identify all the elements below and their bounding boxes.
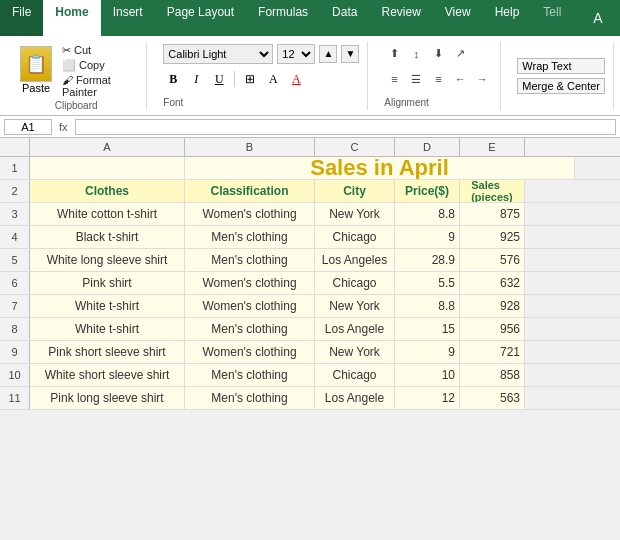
cell-b9[interactable]: Women's clothing bbox=[185, 341, 315, 363]
cell-a3[interactable]: White cotton t-shirt bbox=[30, 203, 185, 225]
bold-button[interactable]: B bbox=[163, 69, 183, 89]
paste-button[interactable]: 📋 Paste bbox=[14, 44, 58, 96]
cell-c11[interactable]: Los Angele bbox=[315, 387, 395, 409]
cell-d6[interactable]: 5.5 bbox=[395, 272, 460, 294]
cell-c10[interactable]: Chicago bbox=[315, 364, 395, 386]
cell-a11[interactable]: Pink long sleeve shirt bbox=[30, 387, 185, 409]
cell-c4[interactable]: Chicago bbox=[315, 226, 395, 248]
cell-e5[interactable]: 576 bbox=[460, 249, 525, 271]
header-city[interactable]: City bbox=[315, 180, 395, 202]
cell-c7[interactable]: New York bbox=[315, 295, 395, 317]
cell-a9[interactable]: Pink short sleeve shirt bbox=[30, 341, 185, 363]
font-size-decrease[interactable]: ▼ bbox=[341, 45, 359, 63]
cell-d4[interactable]: 9 bbox=[395, 226, 460, 248]
cell-reference-input[interactable] bbox=[4, 119, 52, 135]
cell-b10[interactable]: Men's clothing bbox=[185, 364, 315, 386]
cell-b6[interactable]: Women's clothing bbox=[185, 272, 315, 294]
fill-color-button[interactable]: A bbox=[263, 69, 283, 89]
cell-e7[interactable]: 928 bbox=[460, 295, 525, 317]
cell-a7[interactable]: White t-shirt bbox=[30, 295, 185, 317]
cell-d9[interactable]: 9 bbox=[395, 341, 460, 363]
cell-a8[interactable]: White t-shirt bbox=[30, 318, 185, 340]
tab-pagelayout[interactable]: Page Layout bbox=[155, 0, 246, 36]
align-bottom-button[interactable]: ⬇ bbox=[428, 44, 448, 64]
col-header-c[interactable]: C bbox=[315, 138, 395, 156]
font-color-button[interactable]: A bbox=[286, 69, 306, 89]
format-painter-button[interactable]: 🖌 Format Painter bbox=[62, 74, 138, 98]
indent-inc-button[interactable]: → bbox=[472, 69, 492, 89]
cell-e8[interactable]: 956 bbox=[460, 318, 525, 340]
font-size-select[interactable]: 12 bbox=[277, 44, 315, 64]
tab-home[interactable]: Home bbox=[43, 0, 100, 36]
cell-b4[interactable]: Men's clothing bbox=[185, 226, 315, 248]
data-row-10: 10 White short sleeve shirt Men's clothi… bbox=[0, 364, 620, 387]
align-right-button[interactable]: ≡ bbox=[428, 69, 448, 89]
cell-e9[interactable]: 721 bbox=[460, 341, 525, 363]
account-icon[interactable]: A bbox=[576, 0, 620, 36]
font-size-increase[interactable]: ▲ bbox=[319, 45, 337, 63]
cell-a6[interactable]: Pink shirt bbox=[30, 272, 185, 294]
tab-insert[interactable]: Insert bbox=[101, 0, 155, 36]
tab-help[interactable]: Help bbox=[483, 0, 532, 36]
tab-view[interactable]: View bbox=[433, 0, 483, 36]
cell-a4[interactable]: Black t-shirt bbox=[30, 226, 185, 248]
cell-b11[interactable]: Men's clothing bbox=[185, 387, 315, 409]
row-num-1: 1 bbox=[0, 157, 30, 179]
cell-c5[interactable]: Los Angeles bbox=[315, 249, 395, 271]
col-header-d[interactable]: D bbox=[395, 138, 460, 156]
tab-data[interactable]: Data bbox=[320, 0, 369, 36]
col-header-a[interactable]: A bbox=[30, 138, 185, 156]
cell-a10[interactable]: White short sleeve shirt bbox=[30, 364, 185, 386]
cell-e6[interactable]: 632 bbox=[460, 272, 525, 294]
copy-button[interactable]: ⬜ Copy bbox=[62, 59, 138, 72]
cell-c8[interactable]: Los Angele bbox=[315, 318, 395, 340]
cell-b3[interactable]: Women's clothing bbox=[185, 203, 315, 225]
tab-formulas[interactable]: Formulas bbox=[246, 0, 320, 36]
align-center-button[interactable]: ☰ bbox=[406, 69, 426, 89]
tab-review[interactable]: Review bbox=[369, 0, 432, 36]
cell-d8[interactable]: 15 bbox=[395, 318, 460, 340]
data-row-3: 3 White cotton t-shirt Women's clothing … bbox=[0, 203, 620, 226]
cut-button[interactable]: ✂ Cut bbox=[62, 44, 138, 57]
tab-tell[interactable]: Tell bbox=[531, 0, 573, 36]
col-header-e[interactable]: E bbox=[460, 138, 525, 156]
merge-center-button[interactable]: Merge & Center bbox=[517, 78, 605, 94]
border-button[interactable]: ⊞ bbox=[240, 69, 260, 89]
cell-d10[interactable]: 10 bbox=[395, 364, 460, 386]
cell-d7[interactable]: 8.8 bbox=[395, 295, 460, 317]
align-top-button[interactable]: ⬆ bbox=[384, 44, 404, 64]
header-clothes[interactable]: Clothes bbox=[30, 180, 185, 202]
tab-file[interactable]: File bbox=[0, 0, 43, 36]
cell-e11[interactable]: 563 bbox=[460, 387, 525, 409]
cell-a5[interactable]: White long sleeve shirt bbox=[30, 249, 185, 271]
cell-b7[interactable]: Women's clothing bbox=[185, 295, 315, 317]
wrap-text-button[interactable]: Wrap Text bbox=[517, 58, 605, 74]
cell-e4[interactable]: 925 bbox=[460, 226, 525, 248]
font-name-select[interactable]: Calibri Light bbox=[163, 44, 273, 64]
formula-input[interactable] bbox=[75, 119, 616, 135]
cell-c9[interactable]: New York bbox=[315, 341, 395, 363]
cell-e10[interactable]: 858 bbox=[460, 364, 525, 386]
indent-dec-button[interactable]: ← bbox=[450, 69, 470, 89]
cell-e3[interactable]: 875 bbox=[460, 203, 525, 225]
ribbon-body: 📋 Paste ✂ Cut ⬜ Copy 🖌 Format Painter Cl… bbox=[0, 36, 620, 116]
header-classification[interactable]: Classification bbox=[185, 180, 315, 202]
cell-b8[interactable]: Men's clothing bbox=[185, 318, 315, 340]
header-price[interactable]: Price($) bbox=[395, 180, 460, 202]
cell-b1[interactable]: Sales in April bbox=[185, 157, 575, 179]
cell-d11[interactable]: 12 bbox=[395, 387, 460, 409]
cell-c6[interactable]: Chicago bbox=[315, 272, 395, 294]
cell-d5[interactable]: 28.9 bbox=[395, 249, 460, 271]
italic-button[interactable]: I bbox=[186, 69, 206, 89]
cell-b5[interactable]: Men's clothing bbox=[185, 249, 315, 271]
cell-c3[interactable]: New York bbox=[315, 203, 395, 225]
cell-d3[interactable]: 8.8 bbox=[395, 203, 460, 225]
text-angle-button[interactable]: ↗ bbox=[450, 44, 470, 64]
align-left-button[interactable]: ≡ bbox=[384, 69, 404, 89]
row-num-7: 7 bbox=[0, 295, 30, 317]
align-middle-button[interactable]: ↕ bbox=[406, 44, 426, 64]
header-sales[interactable]: Sales(pieces) bbox=[460, 180, 525, 202]
col-header-b[interactable]: B bbox=[185, 138, 315, 156]
underline-button[interactable]: U bbox=[209, 69, 229, 89]
cell-a1[interactable] bbox=[30, 157, 185, 179]
